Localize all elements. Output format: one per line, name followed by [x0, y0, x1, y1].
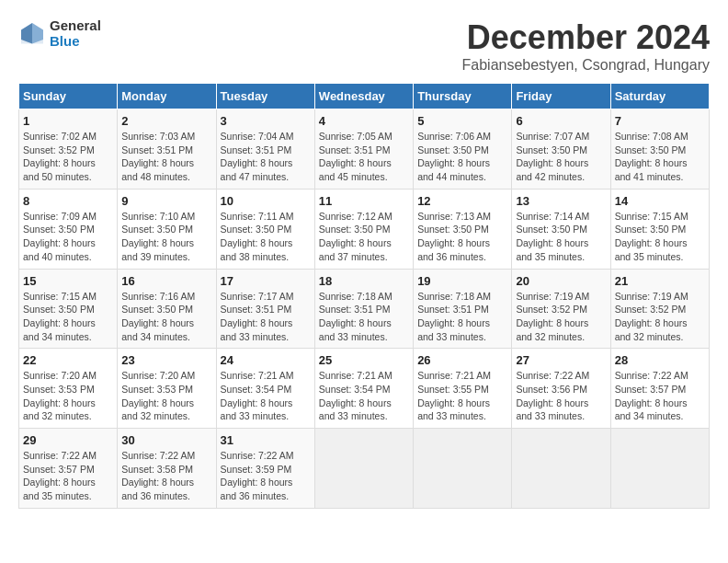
- calendar-cell: 19 Sunrise: 7:18 AM Sunset: 3:51 PM Dayl…: [414, 269, 512, 349]
- calendar-cell: 3 Sunrise: 7:04 AM Sunset: 3:51 PM Dayli…: [216, 109, 314, 190]
- day-info: Sunrise: 7:18 AM Sunset: 3:51 PM Dayligh…: [319, 290, 409, 344]
- day-number: 2: [121, 114, 211, 128]
- day-number: 18: [319, 274, 409, 288]
- calendar-cell: 26 Sunrise: 7:21 AM Sunset: 3:55 PM Dayl…: [414, 349, 512, 429]
- day-number: 9: [121, 194, 211, 208]
- calendar-cell: 29 Sunrise: 7:22 AM Sunset: 3:57 PM Dayl…: [19, 429, 118, 509]
- day-number: 10: [221, 194, 311, 208]
- logo-general: General: [50, 18, 101, 34]
- calendar-cell: 20 Sunrise: 7:19 AM Sunset: 3:52 PM Dayl…: [512, 269, 610, 349]
- calendar-cell: 23 Sunrise: 7:20 AM Sunset: 3:53 PM Dayl…: [118, 349, 216, 429]
- day-info: Sunrise: 7:19 AM Sunset: 3:52 PM Dayligh…: [615, 290, 705, 344]
- logo: General Blue: [18, 18, 101, 49]
- day-info: Sunrise: 7:15 AM Sunset: 3:50 PM Dayligh…: [615, 210, 705, 264]
- calendar-cell: 22 Sunrise: 7:20 AM Sunset: 3:53 PM Dayl…: [19, 349, 118, 429]
- day-number: 14: [615, 194, 705, 208]
- calendar-cell: 18 Sunrise: 7:18 AM Sunset: 3:51 PM Dayl…: [314, 269, 413, 349]
- day-number: 22: [23, 353, 113, 367]
- calendar-cell: 16 Sunrise: 7:16 AM Sunset: 3:50 PM Dayl…: [118, 269, 216, 349]
- day-info: Sunrise: 7:11 AM Sunset: 3:50 PM Dayligh…: [221, 210, 311, 264]
- day-info: Sunrise: 7:09 AM Sunset: 3:50 PM Dayligh…: [23, 210, 113, 264]
- day-number: 8: [23, 194, 113, 208]
- day-number: 20: [516, 274, 606, 288]
- day-number: 30: [121, 433, 211, 447]
- calendar-cell: 15 Sunrise: 7:15 AM Sunset: 3:50 PM Dayl…: [19, 269, 118, 349]
- day-info: Sunrise: 7:21 AM Sunset: 3:54 PM Dayligh…: [221, 369, 311, 423]
- day-info: Sunrise: 7:02 AM Sunset: 3:52 PM Dayligh…: [23, 130, 113, 184]
- calendar-cell: 27 Sunrise: 7:22 AM Sunset: 3:56 PM Dayl…: [512, 349, 610, 429]
- day-number: 28: [615, 353, 705, 367]
- day-number: 24: [221, 353, 311, 367]
- calendar-week-2: 8 Sunrise: 7:09 AM Sunset: 3:50 PM Dayli…: [19, 189, 710, 269]
- day-info: Sunrise: 7:22 AM Sunset: 3:58 PM Dayligh…: [121, 449, 211, 503]
- calendar-cell: 25 Sunrise: 7:21 AM Sunset: 3:54 PM Dayl…: [314, 349, 413, 429]
- weekday-header-row: SundayMondayTuesdayWednesdayThursdayFrid…: [19, 84, 710, 109]
- calendar-cell: 6 Sunrise: 7:07 AM Sunset: 3:50 PM Dayli…: [512, 109, 610, 190]
- calendar-cell: [414, 429, 512, 509]
- weekday-header-saturday: Saturday: [610, 84, 709, 109]
- calendar-cell: 1 Sunrise: 7:02 AM Sunset: 3:52 PM Dayli…: [19, 109, 118, 190]
- day-info: Sunrise: 7:20 AM Sunset: 3:53 PM Dayligh…: [23, 369, 113, 423]
- day-number: 5: [417, 114, 507, 128]
- weekday-header-sunday: Sunday: [19, 84, 118, 109]
- calendar-cell: 7 Sunrise: 7:08 AM Sunset: 3:50 PM Dayli…: [610, 109, 709, 190]
- calendar-cell: 21 Sunrise: 7:19 AM Sunset: 3:52 PM Dayl…: [610, 269, 709, 349]
- day-info: Sunrise: 7:18 AM Sunset: 3:51 PM Dayligh…: [417, 290, 507, 344]
- day-info: Sunrise: 7:22 AM Sunset: 3:57 PM Dayligh…: [23, 449, 113, 503]
- calendar-cell: 4 Sunrise: 7:05 AM Sunset: 3:51 PM Dayli…: [314, 109, 413, 190]
- calendar-cell: 11 Sunrise: 7:12 AM Sunset: 3:50 PM Dayl…: [314, 189, 413, 269]
- day-info: Sunrise: 7:03 AM Sunset: 3:51 PM Dayligh…: [121, 130, 211, 184]
- calendar-cell: 8 Sunrise: 7:09 AM Sunset: 3:50 PM Dayli…: [19, 189, 118, 269]
- day-number: 16: [121, 274, 211, 288]
- calendar-cell: 14 Sunrise: 7:15 AM Sunset: 3:50 PM Dayl…: [610, 189, 709, 269]
- day-number: 3: [221, 114, 311, 128]
- day-number: 12: [417, 194, 507, 208]
- day-number: 21: [615, 274, 705, 288]
- day-number: 1: [23, 114, 113, 128]
- calendar-cell: [512, 429, 610, 509]
- calendar-cell: 9 Sunrise: 7:10 AM Sunset: 3:50 PM Dayli…: [118, 189, 216, 269]
- day-info: Sunrise: 7:14 AM Sunset: 3:50 PM Dayligh…: [516, 210, 606, 264]
- calendar-cell: 5 Sunrise: 7:06 AM Sunset: 3:50 PM Dayli…: [414, 109, 512, 190]
- calendar-cell: [314, 429, 413, 509]
- calendar-week-5: 29 Sunrise: 7:22 AM Sunset: 3:57 PM Dayl…: [19, 429, 710, 509]
- calendar-cell: 13 Sunrise: 7:14 AM Sunset: 3:50 PM Dayl…: [512, 189, 610, 269]
- day-info: Sunrise: 7:15 AM Sunset: 3:50 PM Dayligh…: [23, 290, 113, 344]
- calendar-cell: 10 Sunrise: 7:11 AM Sunset: 3:50 PM Dayl…: [216, 189, 314, 269]
- day-info: Sunrise: 7:07 AM Sunset: 3:50 PM Dayligh…: [516, 130, 606, 184]
- day-number: 17: [221, 274, 311, 288]
- day-info: Sunrise: 7:08 AM Sunset: 3:50 PM Dayligh…: [615, 130, 705, 184]
- day-number: 25: [319, 353, 409, 367]
- weekday-header-wednesday: Wednesday: [314, 84, 413, 109]
- calendar-cell: 12 Sunrise: 7:13 AM Sunset: 3:50 PM Dayl…: [414, 189, 512, 269]
- calendar-cell: 24 Sunrise: 7:21 AM Sunset: 3:54 PM Dayl…: [216, 349, 314, 429]
- day-info: Sunrise: 7:17 AM Sunset: 3:51 PM Dayligh…: [221, 290, 311, 344]
- calendar-week-4: 22 Sunrise: 7:20 AM Sunset: 3:53 PM Dayl…: [19, 349, 710, 429]
- day-number: 6: [516, 114, 606, 128]
- day-info: Sunrise: 7:19 AM Sunset: 3:52 PM Dayligh…: [516, 290, 606, 344]
- day-info: Sunrise: 7:12 AM Sunset: 3:50 PM Dayligh…: [319, 210, 409, 264]
- calendar-week-3: 15 Sunrise: 7:15 AM Sunset: 3:50 PM Dayl…: [19, 269, 710, 349]
- day-info: Sunrise: 7:16 AM Sunset: 3:50 PM Dayligh…: [121, 290, 211, 344]
- day-info: Sunrise: 7:21 AM Sunset: 3:55 PM Dayligh…: [417, 369, 507, 423]
- calendar-cell: 17 Sunrise: 7:17 AM Sunset: 3:51 PM Dayl…: [216, 269, 314, 349]
- day-number: 13: [516, 194, 606, 208]
- day-info: Sunrise: 7:21 AM Sunset: 3:54 PM Dayligh…: [319, 369, 409, 423]
- weekday-header-friday: Friday: [512, 84, 610, 109]
- day-number: 7: [615, 114, 705, 128]
- calendar-cell: [610, 429, 709, 509]
- day-number: 26: [417, 353, 507, 367]
- day-info: Sunrise: 7:22 AM Sunset: 3:59 PM Dayligh…: [221, 449, 311, 503]
- calendar-cell: 28 Sunrise: 7:22 AM Sunset: 3:57 PM Dayl…: [610, 349, 709, 429]
- day-info: Sunrise: 7:22 AM Sunset: 3:56 PM Dayligh…: [516, 369, 606, 423]
- day-number: 23: [121, 353, 211, 367]
- day-number: 19: [417, 274, 507, 288]
- calendar-week-1: 1 Sunrise: 7:02 AM Sunset: 3:52 PM Dayli…: [19, 109, 710, 190]
- day-info: Sunrise: 7:10 AM Sunset: 3:50 PM Dayligh…: [121, 210, 211, 264]
- day-number: 4: [319, 114, 409, 128]
- logo-blue: Blue: [50, 34, 101, 50]
- calendar-cell: 31 Sunrise: 7:22 AM Sunset: 3:59 PM Dayl…: [216, 429, 314, 509]
- day-number: 29: [23, 433, 113, 447]
- day-info: Sunrise: 7:04 AM Sunset: 3:51 PM Dayligh…: [221, 130, 311, 184]
- day-info: Sunrise: 7:13 AM Sunset: 3:50 PM Dayligh…: [417, 210, 507, 264]
